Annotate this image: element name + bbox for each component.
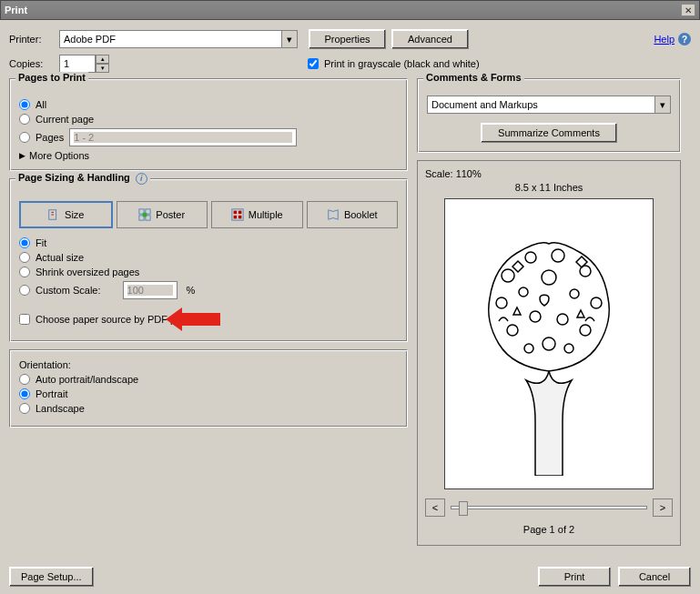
radio-actual[interactable]: Actual size <box>19 252 398 263</box>
comments-legend: Comments & Forms <box>423 72 524 83</box>
svg-point-24 <box>524 344 533 353</box>
tab-size[interactable]: Size <box>19 201 113 228</box>
comments-select[interactable]: Document and Markups ▾ <box>427 96 671 114</box>
prev-page-button[interactable]: < <box>425 498 445 517</box>
radio-all[interactable]: All <box>19 99 398 110</box>
svg-rect-9 <box>233 216 237 219</box>
orientation-group: Orientation: Auto portrait/landscape Por… <box>9 349 408 428</box>
svg-point-13 <box>552 249 564 262</box>
tree-image <box>458 212 640 476</box>
svg-point-26 <box>564 344 573 353</box>
tab-booklet[interactable]: Booklet <box>307 201 399 228</box>
radio-landscape[interactable]: Landscape <box>19 403 398 414</box>
printer-label: Printer: <box>9 34 59 45</box>
properties-button[interactable]: Properties <box>309 29 386 49</box>
radio-shrink[interactable]: Shrink oversized pages <box>19 267 398 277</box>
close-button[interactable]: ✕ <box>681 4 695 16</box>
svg-point-19 <box>591 297 602 308</box>
printer-value: Adobe PDF <box>64 34 116 45</box>
print-button[interactable]: Print <box>538 567 611 587</box>
preview-panel: Scale: 110% 8.5 x 11 Inches <box>417 160 681 546</box>
svg-rect-7 <box>233 211 237 215</box>
poster-icon <box>138 208 151 221</box>
dimensions-text: 8.5 x 11 Inches <box>425 182 673 193</box>
help-icon[interactable]: ? <box>678 33 691 45</box>
radio-custom-scale[interactable] <box>19 285 30 296</box>
svg-point-18 <box>570 289 579 298</box>
dropdown-icon: ▾ <box>281 31 297 47</box>
tab-multiple[interactable]: Multiple <box>211 201 303 228</box>
svg-point-5 <box>143 212 147 216</box>
booklet-icon <box>327 208 340 221</box>
printer-select[interactable]: Adobe PDF ▾ <box>59 30 298 48</box>
radio-current[interactable]: Current page <box>19 114 398 125</box>
info-icon[interactable]: i <box>136 173 147 185</box>
titlebar: Print ✕ <box>0 0 700 20</box>
svg-point-12 <box>525 252 536 263</box>
page-slider[interactable] <box>451 506 647 509</box>
svg-rect-8 <box>238 211 242 215</box>
next-page-button[interactable]: > <box>653 498 673 517</box>
svg-point-17 <box>542 270 556 285</box>
orientation-label: Orientation: <box>19 359 398 370</box>
copies-spinner[interactable]: ▴▾ <box>96 55 109 73</box>
red-arrow-annotation <box>166 307 220 331</box>
summarize-comments-button[interactable]: Summarize Comments <box>481 123 617 143</box>
svg-point-22 <box>557 314 568 325</box>
svg-point-21 <box>530 311 541 322</box>
radio-fit[interactable]: Fit <box>19 237 398 248</box>
copies-label: Copies: <box>9 58 59 69</box>
radio-auto-orient[interactable]: Auto portrait/landscape <box>19 374 398 385</box>
page-setup-button[interactable]: Page Setup... <box>9 567 94 587</box>
size-icon <box>47 208 60 221</box>
dropdown-icon: ▾ <box>654 96 670 113</box>
copies-input[interactable] <box>59 55 96 73</box>
scale-text: Scale: 110% <box>425 168 673 179</box>
page-number-text: Page 1 of 2 <box>425 524 673 535</box>
svg-point-15 <box>496 297 507 308</box>
preview-page <box>444 198 654 489</box>
advanced-button[interactable]: Advanced <box>391 29 469 49</box>
triangle-right-icon: ▶ <box>19 151 25 160</box>
more-options-toggle[interactable]: ▶ More Options <box>19 150 398 161</box>
comments-forms-group: Comments & Forms Document and Markups ▾ … <box>417 78 681 153</box>
pages-legend: Pages to Print <box>15 72 88 83</box>
radio-portrait[interactable]: Portrait <box>19 388 398 399</box>
svg-point-20 <box>507 325 518 336</box>
pages-range-input[interactable] <box>69 128 297 146</box>
svg-point-16 <box>519 287 528 297</box>
sizing-legend: Page Sizing & Handlingi <box>15 172 150 185</box>
svg-point-23 <box>580 325 591 336</box>
radio-pages[interactable] <box>19 132 30 143</box>
pages-to-print-group: Pages to Print All Current page Pages ▶ … <box>9 78 408 171</box>
window-title: Print <box>5 5 681 15</box>
svg-rect-10 <box>238 216 242 219</box>
help-link[interactable]: Help <box>654 34 675 45</box>
svg-point-25 <box>543 337 555 350</box>
custom-scale-input[interactable] <box>123 281 178 299</box>
svg-point-11 <box>502 269 514 282</box>
grayscale-checkbox[interactable]: Print in grayscale (black and white) <box>308 58 480 69</box>
cancel-button[interactable]: Cancel <box>618 567 691 587</box>
multiple-icon <box>231 208 244 221</box>
tab-poster[interactable]: Poster <box>117 201 208 228</box>
